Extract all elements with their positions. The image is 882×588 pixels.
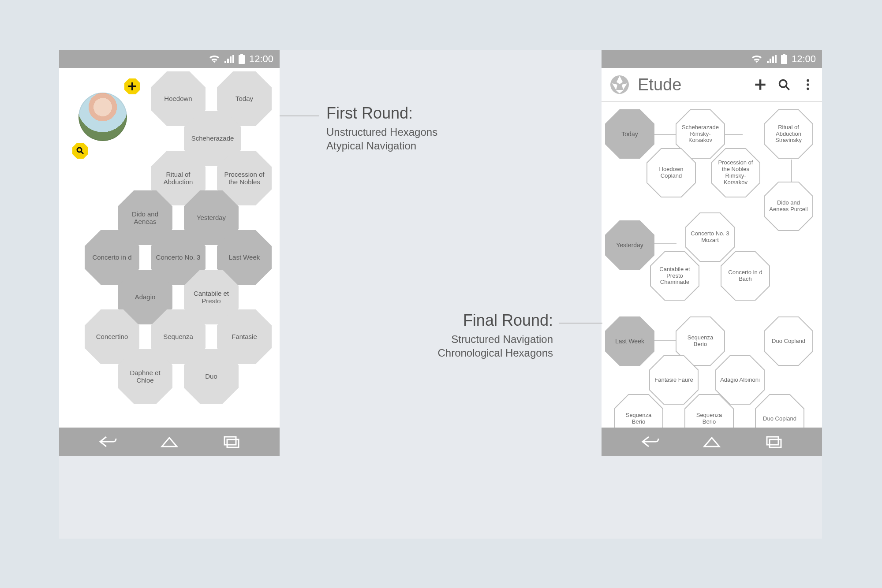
wifi-icon <box>751 55 762 63</box>
tile-concerto3[interactable]: Concerto No. 3 Mozart <box>685 212 735 262</box>
caption-line: Structured Navigation <box>421 332 553 346</box>
caption-first: First Round: Unstructured Hexagons Atypi… <box>326 104 437 153</box>
tile-label: Scheherazade <box>191 134 234 142</box>
magnify-icon <box>76 147 84 155</box>
tile-fantasie[interactable]: Fantasie Faure <box>649 355 699 405</box>
section-today[interactable]: Today <box>605 109 654 159</box>
status-time: 12:00 <box>249 53 273 65</box>
app-title: Etude <box>638 75 746 94</box>
tile-label: Dido and Aeneas <box>122 210 168 226</box>
tile-label: Ritual of Abduction Stravinsky <box>768 124 809 144</box>
tile-duo2[interactable]: Duo Copland <box>755 394 804 428</box>
tile-label: Procession of the Nobles <box>221 171 267 186</box>
status-bar: 12:00 <box>602 50 822 68</box>
tile-label: Concertino <box>96 333 128 340</box>
svg-point-7 <box>807 88 809 90</box>
add-badge[interactable] <box>124 78 140 94</box>
tile-label: Cantabile et Presto <box>188 290 234 305</box>
recents-icon[interactable] <box>764 435 783 448</box>
home-icon[interactable] <box>703 435 721 448</box>
tile-label: Sequenza <box>163 333 193 340</box>
tile-label: Sequenza Berio <box>618 412 659 425</box>
tile-label: Today <box>235 95 253 102</box>
app-logo-icon <box>609 74 630 95</box>
tile-label: Adagio <box>135 293 156 301</box>
back-icon[interactable] <box>641 435 659 448</box>
add-icon[interactable] <box>754 78 766 91</box>
tile-label: Duo Copland <box>763 416 796 422</box>
tile-label: Concerto in d Bach <box>725 269 766 283</box>
app-bar: Etude <box>602 68 822 102</box>
battery-icon <box>781 54 787 64</box>
caption-line: Chronological Hexagons <box>421 346 553 360</box>
phone-right: 12:00 Etude Today Scheherazade Rimsky <box>602 50 822 456</box>
caption-final: Final Round: Structured Navigation Chron… <box>421 311 553 360</box>
tile-label: Cantabile et Presto Chaminade <box>654 266 695 286</box>
signal-icon <box>767 55 777 63</box>
svg-point-6 <box>807 83 809 86</box>
comparison-stage: 12:00 Hoedown Today Scheherazade Ritual … <box>59 50 822 539</box>
tile-cantabile[interactable]: Cantabile et Presto Chaminade <box>650 251 699 301</box>
caption-line: Unstructured Hexagons <box>326 125 437 139</box>
status-bar: 12:00 <box>59 50 280 68</box>
section-label: Last Week <box>615 338 644 345</box>
svg-rect-2 <box>227 439 239 447</box>
tile-concerto-d[interactable]: Concerto in d Bach <box>721 251 770 301</box>
tile-label: Fantasie <box>232 333 257 340</box>
tile-daphne[interactable]: Daphne et Chloe <box>118 349 172 404</box>
tile-label: Fantasie Faure <box>654 377 693 383</box>
android-navbar <box>602 428 822 456</box>
svg-point-5 <box>807 79 809 82</box>
leader-line <box>280 115 319 116</box>
tile-label: Daphne et Chloe <box>122 369 168 384</box>
tile-label: Concerto No. 3 <box>156 253 201 261</box>
caption-title: First Round: <box>326 104 437 123</box>
svg-point-0 <box>77 148 82 152</box>
phone-left: 12:00 Hoedown Today Scheherazade Ritual … <box>59 50 280 456</box>
tile-label: Yesterday <box>197 214 226 221</box>
tile-label: Procession of the Nobles Rimsky-Korsakov <box>715 160 756 186</box>
section-lastweek[interactable]: Last Week <box>605 316 654 366</box>
tile-label: Sequenza Berio <box>689 412 729 425</box>
search-badge[interactable] <box>72 143 88 159</box>
tile-label: Sequenza Berio <box>680 335 721 348</box>
tile-label: Concerto in d <box>92 253 131 261</box>
back-icon[interactable] <box>98 435 117 448</box>
android-navbar <box>59 428 280 456</box>
tile-label: Scheherazade Rimsky-Korsakov <box>680 124 721 144</box>
tile-sequenza2[interactable]: Sequenza Berio <box>614 394 663 428</box>
right-canvas: Today Scheherazade Rimsky-Korsakov Ritua… <box>602 102 822 428</box>
tile-label: Duo Copland <box>772 338 805 345</box>
avatar[interactable] <box>78 93 127 141</box>
overflow-icon[interactable] <box>802 78 814 91</box>
home-icon[interactable] <box>160 435 179 448</box>
battery-icon <box>239 54 245 64</box>
section-label: Today <box>621 130 638 138</box>
svg-rect-8 <box>767 437 778 445</box>
tile-hoedown[interactable]: Hoedown Copland <box>647 148 696 197</box>
tile-duo[interactable]: Duo Copland <box>764 316 813 366</box>
tile-ritual[interactable]: Ritual of Abduction Stravinsky <box>764 109 813 159</box>
wifi-icon <box>209 55 220 63</box>
plus-icon <box>128 82 136 90</box>
section-label: Yesterday <box>616 242 643 249</box>
tile-duo[interactable]: Duo <box>184 349 239 404</box>
tile-label: Adagio Albinoni <box>720 377 760 383</box>
tile-label: Hoedown Copland <box>651 166 691 179</box>
search-icon[interactable] <box>778 78 790 91</box>
recents-icon[interactable] <box>222 435 240 448</box>
tile-procession[interactable]: Procession of the Nobles Rimsky-Korsakov <box>711 148 760 197</box>
tile-label: Ritual of Abduction <box>155 171 201 186</box>
tile-label: Concerto No. 3 Mozart <box>690 231 730 244</box>
section-yesterday[interactable]: Yesterday <box>605 220 654 270</box>
svg-point-4 <box>780 80 787 87</box>
caption-title: Final Round: <box>421 311 553 330</box>
leader-line <box>559 323 602 324</box>
status-time: 12:00 <box>792 53 816 65</box>
tile-adagio[interactable]: Adagio Albinoni <box>715 355 765 405</box>
tile-label: Hoedown <box>164 95 192 102</box>
tile-label: Dido and Aeneas Purcell <box>768 200 809 213</box>
caption-line: Atypical Navigation <box>326 139 437 153</box>
svg-rect-1 <box>224 437 236 445</box>
tile-dido[interactable]: Dido and Aeneas Purcell <box>764 182 813 231</box>
